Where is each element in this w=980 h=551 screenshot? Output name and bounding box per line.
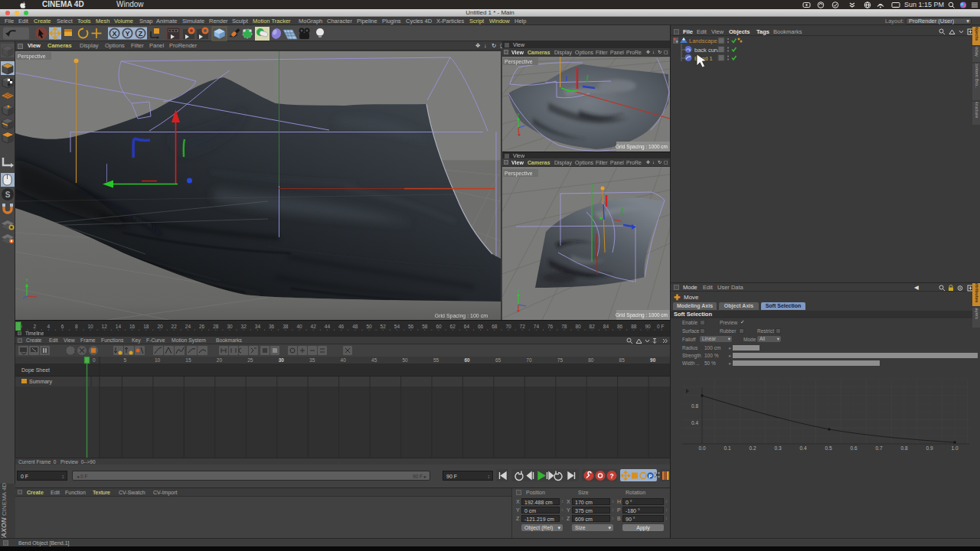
svg-text:2: 2 [33, 324, 36, 329]
svg-text:76: 76 [547, 324, 554, 329]
svg-text:6: 6 [61, 324, 64, 329]
svg-text:72: 72 [520, 324, 526, 329]
svg-text:Summary: Summary [29, 379, 52, 385]
svg-text:88: 88 [631, 324, 637, 329]
svg-text:10: 10 [155, 357, 161, 363]
svg-text:0.8: 0.8 [691, 403, 698, 409]
svg-text:0.4: 0.4 [691, 420, 698, 425]
svg-text:X: X [112, 30, 116, 37]
svg-text:70: 70 [526, 357, 532, 363]
svg-text:25: 25 [247, 357, 253, 363]
svg-text:52: 52 [381, 324, 387, 329]
svg-text:30: 30 [279, 357, 285, 363]
svg-text:34: 34 [255, 324, 261, 329]
svg-text:70: 70 [505, 324, 511, 329]
svg-text:16: 16 [129, 324, 136, 329]
svg-text:S: S [5, 191, 11, 199]
svg-text:60: 60 [436, 324, 442, 329]
svg-text:4: 4 [47, 324, 51, 329]
svg-text:15: 15 [185, 357, 191, 363]
svg-text:0.2: 0.2 [749, 445, 756, 451]
svg-text:Y: Y [517, 112, 520, 117]
svg-text:80: 80 [575, 324, 581, 329]
svg-text:66: 66 [478, 324, 484, 329]
svg-text:90: 90 [645, 324, 651, 329]
svg-text:8: 8 [75, 324, 78, 329]
svg-text:74: 74 [534, 324, 540, 329]
svg-text:14: 14 [116, 324, 122, 329]
svg-text:58: 58 [422, 324, 428, 329]
svg-text:82: 82 [590, 324, 596, 329]
svg-text:56: 56 [408, 324, 414, 329]
svg-text:0: 0 [93, 357, 96, 363]
svg-text:48: 48 [352, 324, 358, 329]
svg-text:0 F: 0 F [657, 324, 664, 329]
svg-text:1.0: 1.0 [951, 445, 958, 451]
svg-text:42: 42 [311, 324, 317, 329]
svg-text:0.8: 0.8 [900, 445, 907, 451]
svg-text:Y: Y [125, 30, 129, 37]
svg-text:40: 40 [341, 357, 347, 363]
svg-text:60: 60 [464, 357, 470, 363]
svg-text:80: 80 [588, 357, 594, 363]
svg-text:20: 20 [217, 357, 223, 363]
svg-text:54: 54 [394, 324, 400, 329]
svg-text:Z: Z [139, 30, 143, 37]
svg-text:0.6: 0.6 [850, 445, 857, 451]
svg-text:62: 62 [450, 324, 456, 329]
svg-text:18: 18 [143, 324, 149, 329]
svg-text:0.4: 0.4 [799, 445, 806, 451]
svg-text:5: 5 [123, 357, 126, 363]
svg-text:45: 45 [371, 357, 377, 363]
svg-text:86: 86 [617, 324, 623, 329]
svg-text:90: 90 [650, 357, 656, 363]
svg-text:32: 32 [241, 324, 247, 329]
svg-text:Perspective: Perspective [505, 171, 533, 177]
svg-text:50: 50 [366, 324, 372, 329]
svg-text:0.1: 0.1 [724, 445, 730, 451]
svg-text:30: 30 [227, 324, 233, 329]
svg-text:0.7: 0.7 [875, 445, 882, 451]
svg-text:?: ? [609, 472, 613, 480]
svg-text:Grid Spacing : 1000 cm: Grid Spacing : 1000 cm [616, 312, 668, 318]
svg-text:12: 12 [102, 324, 108, 329]
svg-text:Grid Spacing : 1000 cm: Grid Spacing : 1000 cm [616, 144, 668, 150]
svg-text:84: 84 [603, 324, 609, 329]
svg-text:65: 65 [495, 357, 501, 363]
svg-text:Perspective: Perspective [18, 54, 46, 60]
svg-text:0.9: 0.9 [926, 445, 933, 451]
svg-text:28: 28 [213, 324, 219, 329]
svg-text:0.0: 0.0 [698, 445, 705, 451]
svg-text:0.5: 0.5 [825, 445, 831, 451]
svg-text:10: 10 [87, 324, 93, 329]
svg-text:46: 46 [338, 324, 345, 329]
svg-text:64: 64 [464, 324, 470, 329]
svg-text:20: 20 [157, 324, 163, 329]
svg-text:44: 44 [325, 324, 331, 329]
svg-text:Dope Sheet: Dope Sheet [21, 367, 50, 373]
svg-text:24: 24 [185, 324, 191, 329]
svg-text:22: 22 [172, 324, 178, 329]
svg-text:26: 26 [199, 324, 205, 329]
svg-text:Y: Y [25, 278, 28, 282]
svg-text:0.3: 0.3 [774, 445, 781, 451]
svg-text:P: P [648, 474, 652, 479]
svg-text:Y: Y [517, 289, 520, 293]
svg-text:36: 36 [269, 324, 275, 329]
svg-text:38: 38 [283, 324, 289, 329]
svg-text:78: 78 [561, 324, 567, 329]
svg-text:Perspective: Perspective [505, 59, 533, 65]
svg-text:50: 50 [403, 357, 409, 363]
svg-text:35: 35 [309, 357, 315, 363]
svg-text:40: 40 [296, 324, 302, 329]
svg-text:68: 68 [492, 324, 498, 329]
svg-text:Landscape: Landscape [689, 37, 717, 44]
svg-text:85: 85 [619, 357, 626, 363]
svg-text:Grid Spacing : 100 cm: Grid Spacing : 100 cm [435, 313, 488, 319]
svg-text:55: 55 [433, 357, 439, 363]
svg-text:75: 75 [557, 357, 564, 363]
